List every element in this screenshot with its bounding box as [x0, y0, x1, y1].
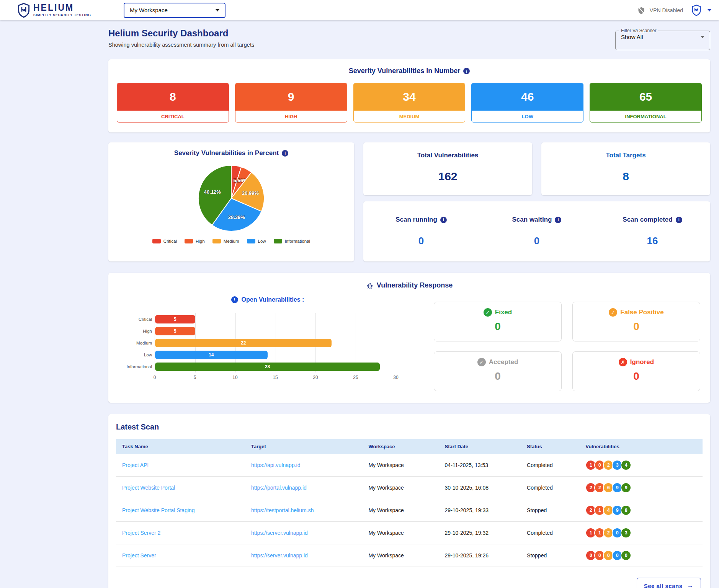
legend-item-high: High — [185, 239, 205, 243]
scan-stat-scan-running: Scan running0 — [363, 216, 479, 247]
dashboard-content: Helium Security Dashboard Showing vulner… — [108, 20, 710, 588]
scan-status-card: Scan running0Scan waiting0Scan completed… — [363, 201, 710, 261]
severity-count: 34 — [354, 83, 465, 111]
status-cell: Completed — [521, 477, 579, 499]
bar-chart-x-axis: 051015202530 — [155, 372, 396, 381]
column-header-status: Status — [521, 439, 579, 454]
severity-badge: 3 — [621, 528, 631, 538]
vpn-status-label: VPN Disabled — [650, 7, 683, 13]
task-link[interactable]: Project Website Portal Staging — [122, 507, 195, 513]
workspace-cell: My Workspace — [362, 544, 438, 567]
see-all-scans-button[interactable]: See all scans → — [637, 578, 701, 588]
x-tick-label: 20 — [313, 375, 318, 380]
cross-circle-icon: ✗ — [619, 358, 627, 366]
table-row: Project APIhttps://api.vulnapp.idMy Work… — [116, 454, 703, 477]
start-date-cell: 04-11-2025, 13:53 — [439, 454, 521, 477]
response-card-label: Accepted — [489, 358, 518, 366]
scan-stat-text: Scan running — [395, 216, 437, 224]
info-icon[interactable] — [440, 217, 447, 223]
target-cell: https://server.vulnapp.id — [245, 544, 362, 567]
total-vulnerabilities-card: Total Vulnerabilities 162 — [363, 142, 532, 195]
vulnerability-badges: 21498 — [585, 505, 696, 516]
bar-chart: CriticalHighMediumLowInformational552214… — [118, 313, 417, 372]
target-link[interactable]: https://api.vulnapp.id — [251, 462, 300, 468]
filter-va-scanner: Filter VA Scanner Show All — [615, 28, 710, 50]
info-icon[interactable] — [463, 68, 470, 74]
target-cell: https://testportal.helium.sh — [245, 499, 362, 522]
target-cell: https://server.vulnapp.id — [245, 522, 362, 544]
alert-icon — [231, 296, 238, 303]
workspace-select[interactable]: My Workspace — [124, 3, 226, 18]
status-cell: Completed — [521, 522, 579, 544]
bar-row: 28 — [155, 361, 396, 372]
x-tick-label: 25 — [353, 375, 358, 380]
task-link[interactable]: Project Server — [122, 552, 156, 559]
severity-card-informational: 65INFORMATIONAL — [590, 83, 702, 122]
category-label: Critical — [118, 313, 155, 325]
top-bar: HELIUM SIMPLIFY SECURITY TESTING My Work… — [0, 0, 719, 20]
bar-row: 5 — [155, 313, 396, 325]
response-card-label: False Positive — [620, 309, 663, 316]
column-header-vulnerabilities: Vulnerabilities — [579, 439, 703, 454]
legend-swatch-icon — [185, 239, 193, 243]
scan-stat-value: 16 — [595, 235, 710, 247]
severity-percent-title: Severity Vulnerabilities in Percent — [174, 149, 279, 157]
target-link[interactable]: https://server.vulnapp.id — [251, 552, 308, 559]
target-cell: https://portal.vulnapp.id — [245, 477, 362, 499]
vulnerability-badges: 22699 — [585, 482, 696, 493]
task-link[interactable]: Project Website Portal — [122, 485, 175, 491]
legend-item-informational: Informational — [274, 239, 310, 243]
bar-chart-plot-area: 55221428 — [155, 313, 396, 372]
severity-card-high: 9HIGH — [235, 83, 347, 122]
response-card-fixed: ✓Fixed0 — [434, 302, 562, 341]
task-name-cell: Project API — [116, 454, 245, 477]
legend-label: Medium — [224, 239, 239, 243]
response-card-value: 0 — [434, 370, 561, 382]
vulnerability-response-title: Vulnerability Response — [377, 281, 453, 289]
legend-label: High — [196, 239, 205, 243]
open-vulnerabilities-bar-chart: CriticalHighMediumLowInformational552214… — [118, 313, 417, 381]
bug-icon — [366, 282, 374, 289]
info-icon[interactable] — [555, 217, 561, 223]
info-icon[interactable] — [676, 217, 682, 223]
total-vulnerabilities-value: 162 — [363, 170, 532, 183]
severity-badge: 8 — [621, 505, 631, 516]
column-header-workspace: Workspace — [362, 439, 438, 454]
task-link[interactable]: Project API — [122, 462, 149, 468]
response-card-title: ✓Accepted — [434, 358, 561, 366]
scan-stat-label: Scan waiting — [479, 216, 595, 224]
bar-row: 22 — [155, 337, 396, 349]
x-tick-label: 15 — [273, 375, 278, 380]
task-name-cell: Project Server 2 — [116, 522, 245, 544]
vpn-disabled-icon — [637, 7, 645, 14]
severity-label: LOW — [472, 111, 583, 122]
category-label: Informational — [118, 361, 155, 372]
x-tick-label: 5 — [194, 375, 196, 380]
legend-swatch-icon — [152, 239, 161, 243]
start-date-cell: 29-10-2025, 19:26 — [439, 544, 521, 567]
check-circle-icon: ✓ — [609, 308, 617, 317]
severity-card-medium: 34MEDIUM — [353, 83, 466, 122]
filter-select[interactable]: Show All — [616, 33, 710, 40]
vulnerabilities-cell: 11203 — [579, 522, 703, 544]
legend-label: Informational — [285, 239, 310, 243]
severity-numbers-panel: Severity Vulnerabilities in Number 8CRIT… — [108, 59, 710, 132]
severity-label: CRITICAL — [117, 111, 229, 122]
status-cell: Stopped — [521, 544, 579, 567]
target-link[interactable]: https://server.vulnapp.id — [251, 530, 308, 536]
scan-stat-label: Scan running — [363, 216, 479, 224]
table-row: Project Website Portal Staginghttps://te… — [116, 499, 703, 522]
target-link[interactable]: https://testportal.helium.sh — [251, 507, 314, 513]
table-row: Project Website Portalhttps://portal.vul… — [116, 477, 703, 499]
severity-badge: 4 — [621, 460, 631, 470]
total-targets-label: Total Targets — [541, 152, 710, 159]
column-header-target: Target — [245, 439, 362, 454]
account-shield-icon[interactable] — [691, 5, 701, 16]
task-link[interactable]: Project Server 2 — [122, 530, 160, 536]
response-card-value: 0 — [573, 320, 700, 333]
total-targets-value: 8 — [541, 170, 710, 183]
target-link[interactable]: https://portal.vulnapp.id — [251, 485, 307, 491]
info-icon[interactable] — [282, 150, 288, 157]
account-menu-caret-icon[interactable] — [708, 9, 711, 11]
vulnerabilities-cell: 10234 — [579, 454, 703, 477]
